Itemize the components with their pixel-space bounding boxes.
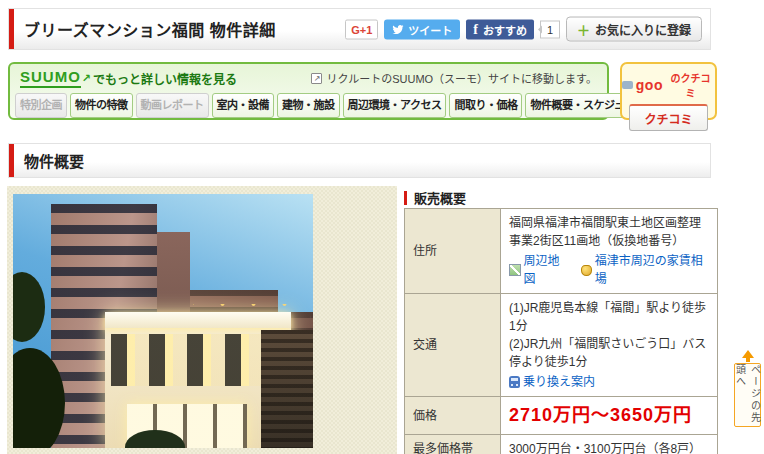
tweet-label: ツイート [408,21,452,37]
access-line2: (2)JR九州「福間駅さいごう口」バス停より徒歩1分 [509,335,709,371]
goo-logo: goo [636,77,663,93]
price-value: 2710万円～3650万円 [509,405,692,425]
tab-interior-equipment[interactable]: 室内・設備 [212,93,275,118]
facebook-recommend-button[interactable]: f おすすめ [466,19,534,39]
up-arrow-icon [742,350,754,358]
goo-review-header: goo のクチコミ [622,70,715,100]
photo-cornice [105,312,291,328]
price-range-value: 3000万円台・3100万円台（各8戸） [501,435,718,454]
red-accent-bar [9,144,14,177]
facebook-icon: f [473,21,478,37]
tab-floorplan-price[interactable]: 間取り・価格 [449,93,522,118]
tab-special-feature: 特別企画 [15,93,67,118]
address-value: 福岡県福津市福間駅東土地区画整理事業2街区11画地（仮換地番号） [509,214,709,250]
price-cell: 2710万円～3650万円 [501,397,718,435]
section-title: 物件概要 [24,150,84,171]
page-top-box: ページの先頭へ [734,363,761,427]
table-row-price-range: 最多価格帯 3000万円台・3100万円台（各8戸） [405,435,718,454]
tab-video-report: 動画レポート [136,93,209,118]
train-icon [509,376,520,388]
up-arrow-icon [746,358,750,362]
photo-upper-windows [111,334,285,386]
red-accent-bar [404,191,407,205]
tab-building-facilities[interactable]: 建物・施設 [277,93,340,118]
price-range-label: 最多価格帯 [405,435,501,454]
address-links: 周辺地図 福津市周辺の家賃相場 [509,252,709,288]
favorite-button[interactable]: ＋ お気に入りに登録 [566,17,702,42]
page-top-button[interactable]: ページの先頭へ [734,350,761,427]
suumo-note-text: リクルートのSUUMO（スーモ）サイトに移動します。 [326,70,597,86]
sales-overview-header: 販売概要 [404,188,466,207]
map-icon [509,264,521,276]
section-header: 物件概要 [8,143,711,178]
suumo-logo[interactable]: SUUMO [20,69,81,88]
photo-dark-wall [261,330,313,448]
address-label: 住所 [405,209,501,294]
sales-overview-table: 住所 福岡県福津市福間駅東土地区画整理事業2街区11画地（仮換地番号） 周辺地図… [404,208,718,454]
money-bag-icon [581,265,592,276]
transfer-guide-link[interactable]: 乗り換え案内 [509,373,595,391]
tab-surroundings-access[interactable]: 周辺環境・アクセス [343,93,447,118]
access-line1: (1)JR鹿児島本線「福間」駅より徒歩1分 [509,299,709,335]
goo-review-label: のクチコミ [666,70,715,100]
sales-overview-title: 販売概要 [414,188,466,207]
tweet-button[interactable]: ツイート [384,19,460,39]
property-nav-tabs: 特別企画 物件の特徴 動画レポート 室内・設備 建物・施設 周辺環境・アクセス … [10,90,607,121]
table-row-price: 価格 2710万円～3650万円 [405,397,718,435]
favorite-label: お気に入りに登録 [595,21,691,38]
table-row-access: 交通 (1)JR鹿児島本線「福間」駅より徒歩1分 (2)JR九州「福間駅さいごう… [405,294,718,397]
external-link-icon: ↗ [311,73,322,84]
price-label: 価格 [405,397,501,435]
photo-tree [13,272,45,342]
rent-market-link[interactable]: 福津市周辺の家賃相場 [581,252,709,288]
facebook-label: おすすめ [483,21,527,37]
twitter-bird-icon [392,23,404,35]
plus-icon: ＋ [577,20,590,39]
access-links: 乗り換え案内 [509,373,709,391]
red-accent-bar [9,9,14,49]
suumo-note: ↗ リクルートのSUUMO（スーモ）サイトに移動します。 [311,70,597,86]
access-cell: (1)JR鹿児島本線「福間」駅より徒歩1分 (2)JR九州「福間駅さいごう口」バ… [501,294,718,397]
page: ブリーズマンション福間 物件詳細 G+1 ツイート f おすすめ 1 ＋ お気に… [0,0,764,454]
tab-property-features[interactable]: 物件の特徴 [70,93,133,118]
page-title: ブリーズマンション福間 物件詳細 [24,17,276,41]
page-header: ブリーズマンション福間 物件詳細 G+1 ツイート f おすすめ 1 ＋ お気に… [8,8,711,50]
property-photo [13,194,313,448]
goo-review-panel: goo のクチコミ クチコミ [620,62,717,120]
suumo-panel: SUUMO ↗ でもっと詳しい情報を見る ↗ リクルートのSUUMO（スーモ）サ… [8,62,609,120]
social-buttons: G+1 ツイート f おすすめ 1 ＋ お気に入りに登録 [345,17,702,42]
address-cell: 福岡県福津市福間駅東土地区画整理事業2街区11画地（仮換地番号） 周辺地図 福津… [501,209,718,294]
page-top-label: ページの先頭へ [733,364,763,426]
suumo-lead-text: でもっと詳しい情報を見る [93,70,237,87]
review-button[interactable]: クチコミ [629,104,708,131]
suumo-logo-arrow-icon: ↗ [82,72,91,85]
suumo-panel-header: SUUMO ↗ でもっと詳しい情報を見る ↗ リクルートのSUUMO（スーモ）サ… [10,64,607,90]
google-plus-one-button[interactable]: G+1 [345,19,378,39]
photo-panel [7,186,397,454]
map-link-label: 周辺地図 [524,252,570,288]
rent-market-link-label: 福津市周辺の家賃相場 [595,252,709,288]
map-link[interactable]: 周辺地図 [509,252,569,288]
transfer-guide-link-label: 乗り換え案内 [523,373,595,391]
access-label: 交通 [405,294,501,397]
table-row-address: 住所 福岡県福津市福間駅東土地区画整理事業2街区11画地（仮換地番号） 周辺地図… [405,209,718,294]
facebook-count-badge: 1 [540,20,560,38]
speech-bubble-icon [622,81,633,89]
